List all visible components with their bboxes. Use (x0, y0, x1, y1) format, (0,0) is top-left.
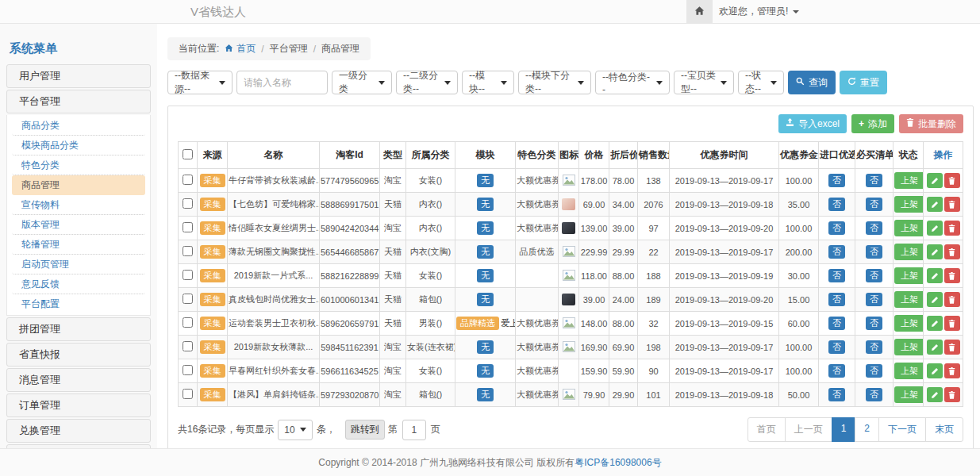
import-select-cell: 否 (819, 264, 855, 288)
pager-button-2[interactable]: 2 (855, 417, 879, 442)
row-checkbox[interactable] (183, 389, 193, 399)
home-shortcut-button[interactable] (686, 0, 713, 23)
icp-link[interactable]: 粤ICP备16098006号 (575, 456, 661, 470)
filter-select-value: --状态-- (745, 69, 766, 96)
delete-button[interactable] (944, 244, 960, 259)
row-checkbox[interactable] (183, 270, 193, 280)
sidebar-subitem-特色分类[interactable]: 特色分类 (12, 155, 145, 175)
filter-select[interactable]: --模块-- (462, 71, 514, 94)
status-button[interactable]: 上架 (894, 244, 924, 260)
pager-button-1[interactable]: 1 (832, 417, 856, 442)
sidebar-subitem-版本管理[interactable]: 版本管理 (12, 215, 145, 235)
sidebar-group-消息管理[interactable]: 消息管理 (6, 368, 151, 392)
delete-button[interactable] (944, 340, 960, 355)
sidebar-group-用户管理[interactable]: 用户管理 (6, 64, 151, 88)
edit-button[interactable] (927, 197, 943, 212)
sidebar-subitem-意见反馈[interactable]: 意见反馈 (12, 274, 145, 294)
status-cell: 上架 (894, 288, 924, 312)
must-buy-cell: 否 (855, 288, 894, 312)
status-button[interactable]: 上架 (894, 220, 924, 236)
status-button[interactable]: 上架 (894, 267, 924, 284)
breadcrumb: 当前位置: 首页 / 平台管理 / 商品管理 (167, 37, 371, 60)
sidebar-subitem-平台配置[interactable]: 平台配置 (12, 294, 145, 314)
row-checkbox[interactable] (183, 175, 193, 185)
filter-select[interactable]: 一级分类 (332, 71, 392, 94)
row-checkbox[interactable] (183, 246, 193, 256)
delete-button[interactable] (944, 268, 960, 283)
status-button[interactable]: 上架 (894, 386, 924, 403)
import-excel-button[interactable]: 导入excel (778, 114, 847, 133)
search-button[interactable]: 查询 (788, 71, 836, 94)
filter-select[interactable]: --模块下分类-- (518, 71, 591, 94)
header-checkbox-cell (179, 142, 198, 169)
edit-button[interactable] (927, 268, 943, 283)
status-button[interactable]: 上架 (894, 315, 924, 332)
batch-delete-button[interactable]: 批量删除 (899, 114, 963, 133)
type-cell: 淘宝 (380, 217, 406, 240)
discount-price-cell: 39.00 (609, 217, 638, 240)
filter-select[interactable]: --宝贝类型-- (674, 71, 734, 94)
add-button[interactable]: + 添加 (851, 114, 894, 133)
edit-button[interactable] (927, 292, 943, 307)
sidebar-subitem-轮播管理[interactable]: 轮播管理 (12, 235, 145, 255)
row-checkbox[interactable] (183, 222, 193, 232)
filter-select[interactable]: --二级分类-- (396, 71, 458, 94)
sidebar-subitem-商品分类[interactable]: 商品分类 (12, 116, 145, 136)
breadcrumb-item[interactable]: 平台管理 (270, 42, 308, 56)
pager-button-下一页[interactable]: 下一页 (878, 417, 926, 442)
delete-button[interactable] (944, 292, 960, 307)
sidebar-group-省直快报[interactable]: 省直快报 (6, 343, 151, 367)
pager-button-首页[interactable]: 首页 (747, 417, 786, 442)
edit-button[interactable] (927, 387, 943, 402)
row-checkbox[interactable] (183, 294, 193, 304)
delete-button[interactable] (944, 387, 960, 402)
delete-button[interactable] (944, 173, 960, 188)
edit-button[interactable] (927, 244, 943, 259)
delete-button[interactable] (944, 316, 960, 331)
filter-select[interactable]: --状态-- (738, 71, 784, 94)
sidebar-group-拼团管理[interactable]: 拼团管理 (6, 317, 151, 341)
select-all-checkbox[interactable] (183, 149, 193, 159)
row-checkbox[interactable] (183, 317, 193, 328)
page-size-select[interactable]: 10 (278, 420, 312, 440)
sidebar-group-兑换管理[interactable]: 兑换管理 (6, 419, 151, 443)
name-search-input[interactable] (236, 71, 328, 94)
filter-select[interactable]: --特色分类-- (595, 71, 670, 94)
pager-button-上一页[interactable]: 上一页 (785, 417, 832, 442)
category-cell: 女装(连衣裙) (406, 336, 455, 359)
sidebar-subitem-模块商品分类[interactable]: 模块商品分类 (12, 136, 145, 155)
sidebar-group-平台管理[interactable]: 平台管理 (6, 90, 151, 113)
edit-button[interactable] (927, 316, 943, 331)
row-checkbox[interactable] (183, 341, 193, 351)
edit-button[interactable] (927, 363, 943, 378)
row-checkbox[interactable] (183, 198, 193, 209)
delete-button[interactable] (944, 363, 960, 378)
status-button[interactable]: 上架 (894, 339, 924, 355)
actions-cell (924, 288, 963, 312)
must-buy-badge: 否 (866, 198, 882, 211)
status-button[interactable]: 上架 (894, 172, 924, 189)
user-menu[interactable]: 欢迎您，管理员! (719, 0, 799, 23)
sidebar-subitem-宣传物料[interactable]: 宣传物料 (12, 195, 145, 215)
filter-select[interactable]: --数据来源-- (167, 71, 233, 94)
row-checkbox-cell (179, 312, 198, 336)
status-cell: 上架 (894, 383, 924, 407)
delete-button[interactable] (944, 221, 960, 236)
edit-button[interactable] (927, 340, 943, 355)
row-checkbox[interactable] (183, 365, 193, 375)
taoke-id-cell: 597293020870 (320, 383, 380, 407)
pager-button-末页[interactable]: 末页 (925, 417, 963, 442)
reset-button[interactable]: 重置 (840, 71, 887, 94)
status-button[interactable]: 上架 (894, 291, 924, 308)
breadcrumb-home-link[interactable]: 首页 (225, 42, 256, 56)
page-number-input[interactable] (402, 420, 426, 440)
edit-button[interactable] (927, 173, 943, 188)
jump-to-button[interactable]: 跳转到 (345, 420, 385, 440)
status-button[interactable]: 上架 (894, 196, 924, 213)
sidebar-subitem-商品管理[interactable]: 商品管理 (12, 175, 145, 195)
edit-button[interactable] (927, 221, 943, 236)
sidebar-subitem-启动页管理[interactable]: 启动页管理 (12, 255, 145, 274)
status-button[interactable]: 上架 (894, 363, 924, 379)
sidebar-group-订单管理[interactable]: 订单管理 (6, 393, 151, 417)
delete-button[interactable] (944, 197, 960, 212)
